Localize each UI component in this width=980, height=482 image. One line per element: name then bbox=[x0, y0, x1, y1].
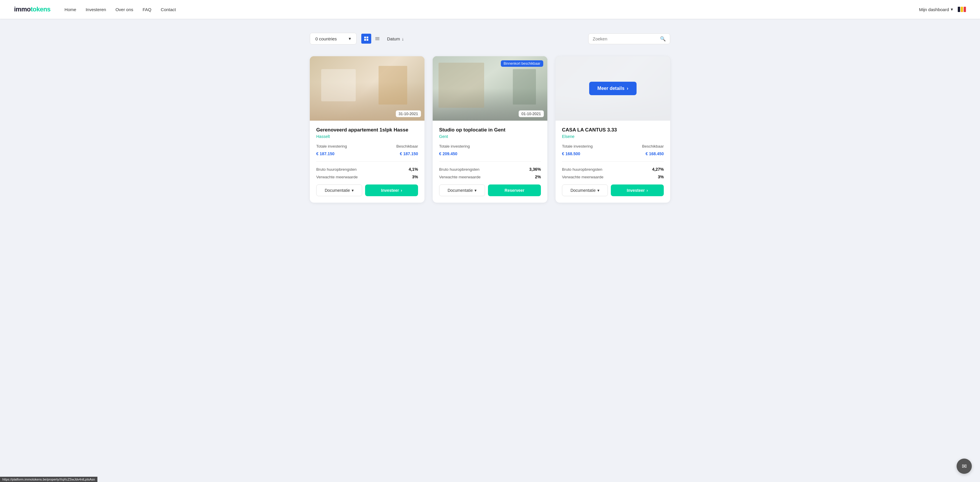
divider-3a bbox=[562, 161, 664, 162]
meerwaarde-value-1: 3% bbox=[412, 174, 418, 179]
meerwaarde-value-2: 2% bbox=[535, 174, 541, 179]
totale-investering-value-3: € 168.500 bbox=[562, 152, 580, 156]
property-card-3: Meer details › CASA LA CANTUS 3.33 Elsen… bbox=[555, 56, 670, 203]
filters-row: 0 countries ▾ Datum bbox=[310, 33, 670, 45]
nav-faq[interactable]: FAQ bbox=[143, 7, 151, 12]
documentatie-button-1[interactable]: Documentatie ▾ bbox=[316, 185, 362, 196]
card-image-1: 31-10-2021 bbox=[310, 56, 425, 121]
countries-dropdown[interactable]: 0 countries ▾ bbox=[310, 33, 356, 45]
sort-label: Datum bbox=[387, 36, 400, 41]
bruto-value-3: 4,27% bbox=[652, 167, 664, 172]
investeer-button-1[interactable]: Investeer › bbox=[365, 185, 418, 196]
main-content: 0 countries ▾ Datum bbox=[303, 19, 677, 226]
bruto-value-1: 4,1% bbox=[409, 167, 418, 172]
nav-home[interactable]: Home bbox=[65, 7, 76, 12]
grid-view-button[interactable] bbox=[361, 34, 371, 44]
card-body-2: Studio op toplocatie in Gent Gent Totale… bbox=[433, 121, 547, 203]
card-image-3: Meer details › bbox=[555, 56, 670, 121]
chat-fab-button[interactable]: ✉ bbox=[956, 458, 972, 474]
search-input[interactable] bbox=[593, 36, 660, 41]
search-box: 🔍 bbox=[588, 34, 670, 44]
card-actions-3: Documentatie ▾ Investeer › bbox=[562, 185, 664, 197]
nav-investeren[interactable]: Investeren bbox=[86, 7, 106, 12]
flag-red bbox=[964, 7, 966, 12]
bruto-row-2: Bruto huuropbrengsten 3,36% bbox=[439, 167, 541, 172]
list-icon bbox=[375, 36, 380, 41]
nav-contact[interactable]: Contact bbox=[161, 7, 176, 12]
documentatie-button-2[interactable]: Documentatie ▾ bbox=[439, 185, 485, 196]
beschikbaar-value-1: € 187.150 bbox=[400, 152, 418, 156]
beschikbaar-label-3: Beschikbaar bbox=[642, 144, 664, 148]
chevron-right-icon-3: › bbox=[646, 188, 648, 193]
card-stats-1: Totale investering Beschikbaar € 187.150… bbox=[316, 144, 418, 179]
reserveer-button-2[interactable]: Reserveer bbox=[488, 185, 541, 196]
totale-investering-row-1: Totale investering Beschikbaar bbox=[316, 144, 418, 148]
nav-over-ons[interactable]: Over ons bbox=[116, 7, 134, 12]
meerwaarde-label-1: Verwachte meerwaarde bbox=[316, 175, 358, 179]
logo[interactable]: immotokens bbox=[14, 6, 51, 13]
totale-investering-value-1: € 187.150 bbox=[316, 152, 334, 156]
meerwaarde-row-3: Verwachte meerwaarde 3% bbox=[562, 174, 664, 179]
chevron-down-icon-doc-1: ▾ bbox=[352, 188, 354, 193]
coming-soon-badge-2: Binnenkort beschikbaar bbox=[501, 60, 543, 67]
svg-rect-3 bbox=[367, 39, 368, 41]
header: immotokens Home Investeren Over ons FAQ … bbox=[0, 0, 980, 19]
card-location-2: Gent bbox=[439, 134, 541, 139]
card-title-2: Studio op toplocatie in Gent bbox=[439, 127, 541, 133]
logo-tokens: tokens bbox=[31, 6, 51, 13]
chevron-down-icon-doc-3: ▾ bbox=[597, 188, 600, 193]
documentatie-button-3[interactable]: Documentatie ▾ bbox=[562, 185, 608, 196]
meer-details-label-3: Meer details bbox=[597, 86, 624, 91]
flag-black bbox=[958, 7, 960, 12]
card-location-1: Hasselt bbox=[316, 134, 418, 139]
view-toggle bbox=[361, 34, 382, 44]
totale-investering-label-2: Totale investering bbox=[439, 144, 470, 148]
meer-details-overlay-3: Meer details › bbox=[555, 56, 670, 121]
header-right: Mijn dashboard ▾ bbox=[919, 7, 966, 12]
dashboard-button[interactable]: Mijn dashboard ▾ bbox=[919, 7, 953, 12]
card-actions-2: Documentatie ▾ Reserveer bbox=[439, 185, 541, 197]
totale-investering-row-2: Totale investering bbox=[439, 144, 541, 148]
bruto-label-3: Bruto huuropbrengsten bbox=[562, 167, 602, 172]
card-body-3: CASA LA CANTUS 3.33 Elsene Totale invest… bbox=[555, 121, 670, 203]
totale-investering-row-3: Totale investering Beschikbaar bbox=[562, 144, 664, 148]
meer-details-button-3[interactable]: Meer details › bbox=[589, 82, 636, 95]
search-icon: 🔍 bbox=[660, 36, 666, 41]
investeer-button-3[interactable]: Investeer › bbox=[611, 185, 664, 196]
meerwaarde-value-3: 3% bbox=[658, 174, 664, 179]
beschikbaar-value-3: € 168.450 bbox=[646, 152, 664, 156]
countries-label: 0 countries bbox=[315, 36, 337, 41]
chevron-right-icon-1: › bbox=[401, 188, 402, 193]
card-actions-1: Documentatie ▾ Investeer › bbox=[316, 185, 418, 197]
chevron-down-icon-doc-2: ▾ bbox=[474, 188, 477, 193]
svg-rect-5 bbox=[375, 38, 379, 39]
bruto-row-1: Bruto huuropbrengsten 4,1% bbox=[316, 167, 418, 172]
bruto-label-1: Bruto huuropbrengsten bbox=[316, 167, 356, 172]
flag-icon bbox=[958, 7, 966, 12]
sort-icon: ↓ bbox=[402, 36, 404, 41]
beschikbaar-label-1: Beschikbaar bbox=[396, 144, 418, 148]
cards-grid: 31-10-2021 Gerenoveerd appartement 1slpk… bbox=[310, 56, 670, 203]
logo-immo: immo bbox=[14, 6, 31, 13]
svg-rect-0 bbox=[364, 37, 366, 38]
bruto-row-3: Bruto huuropbrengsten 4,27% bbox=[562, 167, 664, 172]
divider-2a bbox=[439, 161, 541, 162]
svg-rect-6 bbox=[375, 40, 379, 40]
dashboard-label: Mijn dashboard bbox=[919, 7, 949, 12]
meerwaarde-row-1: Verwachte meerwaarde 3% bbox=[316, 174, 418, 179]
meerwaarde-label-3: Verwachte meerwaarde bbox=[562, 175, 603, 179]
bruto-value-2: 3,36% bbox=[529, 167, 541, 172]
investering-values-2: € 209.450 bbox=[439, 152, 541, 156]
card-stats-3: Totale investering Beschikbaar € 168.500… bbox=[562, 144, 664, 179]
main-nav: Home Investeren Over ons FAQ Contact bbox=[65, 7, 919, 12]
chat-icon: ✉ bbox=[962, 463, 967, 470]
sort-button[interactable]: Datum ↓ bbox=[387, 36, 404, 41]
dashboard-chevron: ▾ bbox=[951, 7, 953, 12]
property-card-1: 31-10-2021 Gerenoveerd appartement 1slpk… bbox=[310, 56, 425, 203]
list-view-button[interactable] bbox=[372, 34, 382, 44]
divider-1a bbox=[316, 161, 418, 162]
footer-url: https://platform.immotokens.be/property/… bbox=[0, 477, 97, 482]
meerwaarde-row-2: Verwachte meerwaarde 2% bbox=[439, 174, 541, 179]
card-title-3: CASA LA CANTUS 3.33 bbox=[562, 127, 664, 133]
totale-investering-value-2: € 209.450 bbox=[439, 152, 457, 156]
